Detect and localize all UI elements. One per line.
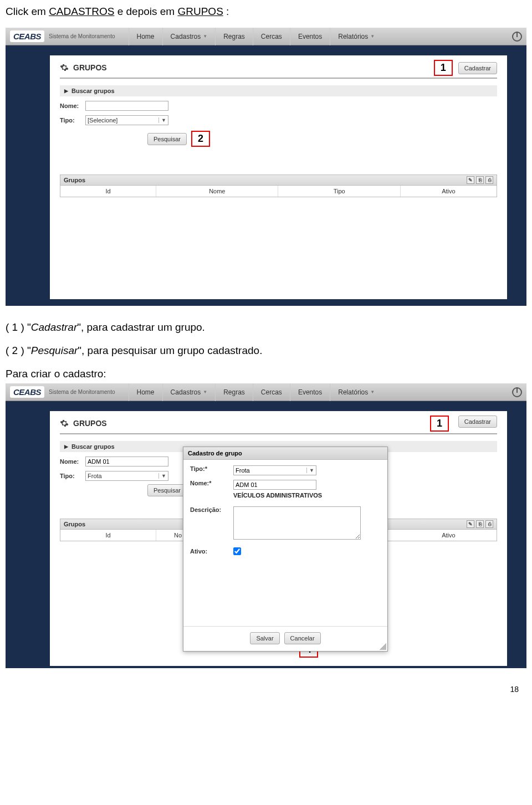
col-id: Id <box>60 186 156 197</box>
search-header-label: Buscar grupos <box>71 443 115 450</box>
chevron-down-icon: ▼ <box>370 389 375 394</box>
modal-row-nome: Nome:* VEÍCULOS ADMINISTRATIVOS <box>190 480 381 499</box>
grid-title: Grupos <box>64 177 85 183</box>
explain-2: ( 2 ) "Pesquisar", para pesquisar um gru… <box>6 345 526 357</box>
nav-label: Cercas <box>261 33 282 40</box>
nome-input[interactable] <box>85 101 168 111</box>
tipo-value: [Selecione] <box>88 117 117 124</box>
modal-tipo-value: Frota <box>236 467 250 474</box>
edit-icon[interactable]: ✎ <box>467 176 474 184</box>
chevron-down-icon: ▼ <box>203 389 207 394</box>
tipo-select[interactable]: Frota ▼ <box>85 471 168 481</box>
text: ( 1 ) " <box>6 321 31 333</box>
logo: CEABS <box>10 386 44 398</box>
col-ativo: Ativo <box>401 530 497 541</box>
text: ", para cadastrar um grupo. <box>77 321 205 333</box>
nome-label: Nome: <box>60 458 82 465</box>
nome-label: Nome: <box>60 102 82 109</box>
search-header[interactable]: ▶ Buscar grupos <box>60 85 497 96</box>
modal-ativo-label: Ativo: <box>190 548 229 555</box>
nav-relatorios[interactable]: Relatórios▼ <box>330 383 382 401</box>
power-icon[interactable] <box>512 387 522 397</box>
pesquisar-button[interactable]: Pesquisar <box>147 133 187 145</box>
logo: CEABS <box>10 30 44 42</box>
chevron-down-icon: ▼ <box>158 473 166 479</box>
triangle-right-icon: ▶ <box>64 88 68 94</box>
text: e depois em <box>114 6 177 17</box>
panel-title: GRUPOS <box>60 63 497 79</box>
row-tipo: Tipo: [Selecione] ▼ <box>60 115 497 125</box>
export-icon[interactable]: ⎘ <box>476 176 484 184</box>
grid-title: Grupos <box>64 521 85 527</box>
main-panel: GRUPOS Cadastrar 1 ▶ Buscar grupos Nome:… <box>50 411 507 666</box>
resize-handle-icon[interactable] <box>380 643 386 650</box>
nav-label: Home <box>137 388 155 396</box>
nav-eventos[interactable]: Eventos <box>290 383 330 401</box>
tipo-select[interactable]: [Selecione] ▼ <box>85 115 168 125</box>
modal-footer: Salvar Cancelar <box>183 626 387 651</box>
modal-row-desc: Descrição: <box>190 506 381 540</box>
export-icon[interactable]: ⎘ <box>476 520 484 528</box>
modal-nome-input[interactable] <box>233 480 316 490</box>
nav-cercas[interactable]: Cercas <box>253 28 290 45</box>
gear-icon <box>60 63 69 72</box>
tipo-label: Tipo: <box>60 117 82 124</box>
text: Click em <box>6 6 49 17</box>
col-id: Id <box>60 530 156 541</box>
modal-row-tipo: Tipo:* Frota ▼ <box>190 465 381 475</box>
screenshot-2: CEABS Sistema de Monitoramento Home Cada… <box>6 383 526 668</box>
nav-regras[interactable]: Regras <box>215 28 253 45</box>
para-criar: Para criar o cadastro: <box>6 368 526 380</box>
col-tipo: Tipo <box>278 186 400 197</box>
nav-label: Home <box>137 33 155 40</box>
cancelar-button[interactable]: Cancelar <box>284 632 321 644</box>
modal-tipo-select[interactable]: Frota ▼ <box>233 465 316 475</box>
text-italic: Pesquisar <box>31 345 78 356</box>
print-icon[interactable]: ⎙ <box>485 176 493 184</box>
screenshot-1: CEABS Sistema de Monitoramento Home Cada… <box>6 28 526 306</box>
chevron-down-icon: ▼ <box>370 34 375 39</box>
salvar-button[interactable]: Salvar <box>250 632 279 644</box>
power-icon[interactable] <box>512 32 522 42</box>
callout-1: 1 <box>434 60 453 76</box>
modal-nome-extra: VEÍCULOS ADMINISTRATIVOS <box>233 492 322 499</box>
nome-input[interactable] <box>85 457 168 466</box>
logo-subtitle: Sistema de Monitoramento <box>49 389 115 395</box>
modal-title: Cadastro de grupo <box>188 450 242 457</box>
callout-2: 2 <box>191 131 210 147</box>
edit-icon[interactable]: ✎ <box>467 520 474 528</box>
explain-1: ( 1 ) "Cadastrar", para cadastrar um gru… <box>6 321 526 334</box>
nav-home[interactable]: Home <box>129 383 162 401</box>
chevron-down-icon: ▼ <box>158 117 166 123</box>
modal-desc-textarea[interactable] <box>233 506 361 540</box>
nav-regras[interactable]: Regras <box>215 383 253 401</box>
search-header-label: Buscar grupos <box>71 88 115 94</box>
instruction-line: Click em CADASTROS e depois em GRUPOS : <box>6 6 526 18</box>
print-icon[interactable]: ⎙ <box>485 520 493 528</box>
panel-title-text: GRUPOS <box>73 419 107 428</box>
nav-label: Eventos <box>298 388 322 396</box>
nav-home[interactable]: Home <box>129 28 162 45</box>
page-number: 18 <box>6 685 526 694</box>
modal-header: Cadastro de grupo <box>183 447 387 460</box>
top-navbar: CEABS Sistema de Monitoramento Home Cada… <box>6 383 526 401</box>
nav-cadastros[interactable]: Cadastros▼ <box>162 28 216 45</box>
modal-cadastro-grupo: Cadastro de grupo Tipo:* Frota ▼ Nome:* <box>183 447 388 652</box>
nav-cadastros[interactable]: Cadastros▼ <box>162 383 216 401</box>
cadastrar-button[interactable]: Cadastrar <box>458 62 497 74</box>
nav-label: Cadastros <box>171 388 201 396</box>
col-ativo: Ativo <box>401 186 497 197</box>
pesquisar-button[interactable]: Pesquisar <box>147 484 187 496</box>
panel-title-text: GRUPOS <box>73 63 107 72</box>
cadastrar-button[interactable]: Cadastrar <box>458 416 497 428</box>
modal-ativo-checkbox[interactable] <box>233 547 241 555</box>
text-italic: Cadastrar <box>31 321 77 333</box>
grid-titlebar: Grupos ✎ ⎘ ⎙ <box>60 175 497 186</box>
callout-1: 1 <box>430 416 449 432</box>
nav-cercas[interactable]: Cercas <box>253 383 290 401</box>
nav-relatorios[interactable]: Relatórios▼ <box>330 28 382 45</box>
col-nome: Nome <box>156 186 278 197</box>
nav-eventos[interactable]: Eventos <box>290 28 330 45</box>
row-nome: Nome: <box>60 101 497 111</box>
text: ", para pesquisar um grupo cadastrado. <box>78 345 262 356</box>
